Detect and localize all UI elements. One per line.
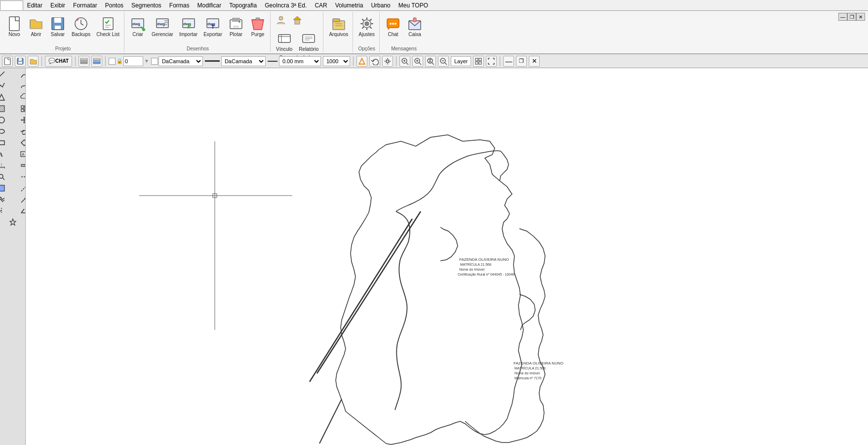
chat-button[interactable]: Chat: [383, 14, 403, 39]
cloud-button[interactable]: [13, 92, 26, 103]
backups-button[interactable]: Backups: [69, 14, 93, 39]
window-min-btn[interactable]: —: [503, 56, 514, 67]
rotate-button[interactable]: [13, 126, 26, 137]
save-cmd-button[interactable]: [15, 56, 26, 67]
multiline-button[interactable]: [0, 194, 12, 205]
arquivos-button[interactable]: Arquivos: [326, 14, 351, 39]
zoom-in-button[interactable]: [412, 56, 423, 67]
undo-button[interactable]: [369, 56, 380, 67]
relatorio-button[interactable]: Relatório: [296, 29, 321, 54]
menu-inicio[interactable]: Início: [0, 0, 23, 10]
trim-button[interactable]: [0, 205, 12, 216]
house-button[interactable]: [290, 14, 305, 27]
grid-button[interactable]: [13, 103, 26, 114]
linetype-preview: [205, 60, 220, 62]
diamond-button[interactable]: [13, 137, 26, 148]
color-select[interactable]: DaCamada: [158, 56, 203, 66]
move-button[interactable]: [13, 115, 26, 125]
rectangle-button[interactable]: [0, 137, 12, 148]
svg-marker-28: [293, 16, 301, 20]
dashed-diag-button[interactable]: [13, 183, 26, 194]
text-button[interactable]: A: [0, 149, 12, 160]
svg-line-67: [419, 63, 421, 65]
person1-button[interactable]: [274, 14, 288, 27]
close-button[interactable]: ✕: [856, 13, 865, 21]
grid-view-button[interactable]: [473, 56, 484, 67]
gerenciar-button[interactable]: dwg Gerenciar: [149, 14, 176, 39]
zoom-window-button[interactable]: [399, 56, 410, 67]
menu-formas[interactable]: Formas: [165, 1, 194, 10]
fill-button[interactable]: [0, 183, 12, 194]
scale-select[interactable]: 1000: [323, 56, 350, 66]
layer-button[interactable]: Layer: [451, 56, 472, 66]
pan-button[interactable]: [382, 56, 393, 67]
criar-button[interactable]: dwg Criar: [127, 14, 148, 39]
lineweight-select[interactable]: 0.00 mm: [279, 56, 321, 66]
spline-button[interactable]: [13, 81, 26, 91]
menu-modificar[interactable]: Modificar: [193, 1, 225, 10]
abrir-button[interactable]: Abrir: [26, 14, 46, 39]
menu-formatar[interactable]: Formatar: [69, 1, 101, 10]
circle-button[interactable]: [0, 115, 12, 125]
lineweight-preview: [268, 61, 277, 62]
exportar-button[interactable]: dwg Exportar: [201, 14, 225, 39]
fullscreen-button[interactable]: [486, 56, 497, 67]
snap-button[interactable]: [356, 56, 367, 67]
svg-rect-54: [80, 60, 87, 62]
polyline-button[interactable]: [0, 81, 12, 91]
window-close-btn[interactable]: ✕: [529, 56, 540, 67]
draw-line-button[interactable]: [0, 69, 12, 80]
svg-line-118: [21, 185, 26, 191]
layer-stack1-button[interactable]: [79, 56, 89, 67]
menu-pontos[interactable]: Pontos: [101, 1, 127, 10]
ellipse-button[interactable]: [0, 126, 12, 137]
novo-button[interactable]: Novo: [4, 14, 25, 39]
arc-line-button[interactable]: [13, 69, 26, 80]
menu-volumetria[interactable]: Volumetria: [331, 1, 367, 10]
star-button[interactable]: [2, 217, 24, 228]
checklist-button[interactable]: Check List: [94, 14, 122, 39]
menu-meutopo[interactable]: Meu TOPO: [395, 1, 432, 10]
layer-stack2-button[interactable]: [91, 56, 102, 67]
menu-geoincra[interactable]: GeoIncra 3ª Ed.: [261, 1, 311, 10]
salvar-button[interactable]: Salvar: [47, 14, 68, 39]
caixa-button[interactable]: Caixa: [404, 14, 425, 39]
chat-cmd-button[interactable]: 💬 CHAT: [45, 56, 72, 67]
dimension-button[interactable]: [0, 160, 12, 171]
separator1: [41, 56, 42, 66]
textbox-button[interactable]: A: [13, 149, 26, 160]
multiline-tool-pair: [0, 194, 26, 205]
menu-topografia[interactable]: Topografia: [225, 1, 261, 10]
purge-button[interactable]: Purge: [247, 14, 268, 39]
linetype-select[interactable]: DaCamada: [221, 56, 266, 66]
triangle-button[interactable]: [0, 92, 12, 103]
menu-car[interactable]: CAR: [311, 1, 331, 10]
layer-number-input[interactable]: [123, 56, 143, 66]
zoom-out-button[interactable]: [438, 56, 449, 67]
menu-exibir[interactable]: Exibir: [46, 1, 69, 10]
ajustes-button[interactable]: Ajustes: [356, 14, 377, 39]
plotar-button[interactable]: Plotar: [226, 14, 246, 39]
new-file-cmd-button[interactable]: [2, 56, 13, 67]
svg-rect-53: [80, 62, 87, 64]
ruler-button[interactable]: [13, 160, 26, 171]
restore-button[interactable]: ❐: [847, 13, 856, 21]
menu-urbano[interactable]: Urbano: [367, 1, 394, 10]
menu-editar[interactable]: Editar: [23, 1, 46, 10]
window-restore-btn[interactable]: ❐: [516, 56, 527, 67]
angle-button[interactable]: [13, 205, 26, 216]
arrow-button[interactable]: [13, 194, 26, 205]
svg-rect-51: [19, 58, 22, 61]
menu-segmentos[interactable]: Segmentos: [127, 1, 165, 10]
canvas-area[interactable]: FAZENDA OLIVEIRA NUNO MATRÍCULA 21.568 N…: [26, 68, 868, 445]
importar-button[interactable]: dwg Importar: [177, 14, 200, 39]
vinculo-button[interactable]: Vínculo: [274, 29, 295, 54]
svg-rect-58: [93, 58, 100, 60]
zoom-extents-button[interactable]: [425, 56, 436, 67]
minimize-button[interactable]: —: [838, 13, 847, 21]
open-cmd-button[interactable]: [28, 56, 39, 67]
svg-rect-117: [0, 185, 4, 191]
zoom-search-button[interactable]: [0, 171, 12, 182]
dashed-line-button[interactable]: [13, 171, 26, 182]
hatch-button[interactable]: [0, 103, 12, 114]
